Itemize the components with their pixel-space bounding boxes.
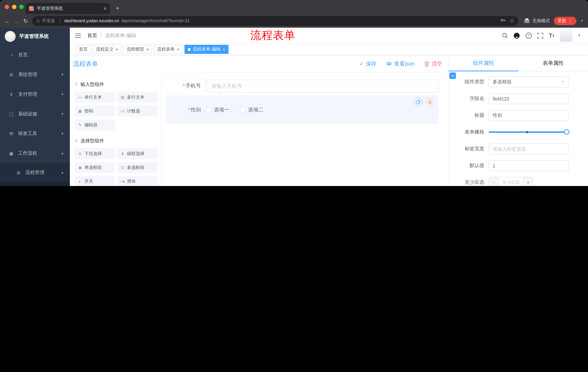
password-key-icon[interactable] (500, 18, 505, 24)
update-browser-button[interactable]: 更新 ⋮ (554, 17, 576, 25)
clear-button[interactable]: 清空 (424, 60, 442, 67)
title-label: 标题 (452, 112, 484, 119)
sidebar-item-process-form[interactable]: ▤ 流程表单 (0, 182, 70, 186)
view-json-button[interactable]: 查看json (386, 60, 414, 67)
canvas-field-phone[interactable]: *手机号 (166, 79, 439, 93)
component-type-select[interactable]: 多选框组 ▼ (489, 76, 569, 87)
sidebar-item-system[interactable]: ⚙ 系统管理 ▼ (0, 65, 70, 85)
sidebar-item-payment[interactable]: ¥ 支付管理 ▼ (0, 85, 70, 104)
slider-track (489, 131, 569, 133)
link-icon[interactable]: ∞ (449, 73, 456, 79)
close-icon[interactable]: × (116, 47, 118, 52)
back-icon[interactable]: ← (4, 18, 10, 23)
phone-input[interactable] (206, 80, 439, 92)
close-icon[interactable]: × (177, 47, 179, 52)
tools-icon: ⚒ (8, 131, 15, 136)
palette-item-password[interactable]: ▣密码 (75, 106, 115, 117)
minus-button[interactable]: − (489, 177, 498, 186)
canvas-field-gender-selected[interactable]: *性别 选项一 选项二 (166, 95, 439, 124)
tag-process-form-edit[interactable]: 流程表单-编辑 × (184, 45, 229, 54)
bookmark-star-icon[interactable]: ☆ (510, 18, 514, 24)
search-icon[interactable] (502, 32, 508, 39)
font-size-icon[interactable]: TT (549, 32, 555, 38)
gender-option-2-checkbox[interactable]: 选项二 (240, 107, 263, 113)
close-icon[interactable]: × (146, 47, 149, 52)
fullscreen-icon[interactable] (537, 32, 543, 38)
check-icon: ✓ (359, 61, 364, 67)
chevron-down-icon: ▼ (61, 73, 64, 76)
red-annotation-text: 流程表单 (250, 28, 295, 43)
update-label: 更新 (557, 18, 566, 24)
avatar[interactable] (560, 29, 572, 42)
palette-item-select[interactable]: ⊙下拉选择 (75, 148, 115, 159)
palette-item-slider[interactable]: –●滑块 (117, 176, 158, 186)
palette-item-textarea[interactable]: ▤多行文本 (117, 92, 158, 103)
url-divider: | (59, 18, 60, 23)
github-icon[interactable] (514, 32, 520, 39)
delete-component-button[interactable] (426, 98, 434, 106)
close-icon[interactable]: × (223, 47, 225, 52)
tag-process-model[interactable]: 流程模型 × (123, 45, 152, 54)
warning-icon: ⚠ (36, 18, 40, 23)
palette-item-radio-group[interactable]: ◉单选框组 (75, 162, 115, 173)
reload-icon[interactable]: ↻ (23, 18, 28, 23)
plus-button[interactable]: + (523, 177, 533, 186)
title-input[interactable] (489, 110, 569, 121)
palette-item-cascader[interactable]: ⋔级联选择 (117, 148, 158, 159)
palette-item-switch[interactable]: ◐开关 (75, 176, 115, 186)
favicon (29, 6, 34, 11)
form-designer: 流程表单 ✓ 保存 查看json (70, 55, 448, 186)
app-header: 首页 / 流程表单-编辑 流程表单 ? (70, 28, 588, 44)
sidebar-item-home[interactable]: ◔ 首页 (0, 45, 70, 65)
minimize-window-button[interactable] (12, 5, 16, 9)
copy-component-button[interactable] (414, 98, 422, 106)
app-title: 芋道管理系统 (19, 33, 49, 40)
sidebar-item-workflow[interactable]: ▣ 工作流程 ▲ (0, 143, 70, 163)
properties-tabs: 组件属性 表单属性 (449, 55, 588, 71)
forward-icon[interactable]: → (14, 18, 19, 23)
sidebar-item-devtools[interactable]: ⚒ 研发工具 ▼ (0, 124, 70, 143)
tag-home[interactable]: 首页 (76, 45, 91, 54)
tab-close-icon[interactable]: ✕ (103, 6, 107, 11)
tab-form-props[interactable]: 表单属性 (518, 55, 588, 71)
security-label: 不安全 (42, 18, 55, 24)
phone-field-label: *手机号 (166, 83, 206, 89)
chevron-down-icon[interactable]: ▼ (578, 34, 581, 37)
tag-process-definition[interactable]: 流程定义 × (93, 45, 122, 54)
help-icon[interactable]: ? (525, 32, 532, 39)
breadcrumb-separator: / (100, 33, 102, 38)
designer-actions: ✓ 保存 查看json 清空 (162, 55, 448, 73)
sidebar-item-infra[interactable]: ▢ 基础设施 ▼ (0, 104, 70, 124)
default-value-input[interactable] (489, 160, 569, 171)
copy-icon (416, 100, 421, 104)
radio-icon: ◉ (77, 165, 83, 170)
palette-item-counter[interactable]: 123计数器 (117, 106, 158, 117)
palette-item-editor[interactable]: ✎编辑器 (75, 119, 115, 130)
save-button[interactable]: ✓ 保存 (359, 60, 376, 67)
close-window-button[interactable] (5, 5, 9, 9)
sidebar-item-process-mgmt[interactable]: ≣ 流程管理 ▲ (0, 163, 70, 182)
tab-component-props[interactable]: 组件属性 (449, 55, 518, 71)
label-width-input[interactable] (489, 143, 569, 154)
sidebar-item-label: 基础设施 (18, 111, 37, 117)
field-name-input[interactable] (489, 93, 569, 104)
form-grid-slider[interactable] (489, 127, 569, 138)
browser-tab[interactable]: 芋道管理系统 ✕ (25, 3, 110, 14)
menu-kebab-icon: ⋮ (568, 18, 573, 23)
breadcrumb-home[interactable]: 首页 (87, 32, 97, 39)
new-tab-button[interactable]: + (116, 5, 119, 11)
hamburger-icon[interactable] (75, 33, 81, 38)
breadcrumb-current: 流程表单-编辑 (105, 32, 136, 39)
zoom-window-button[interactable] (19, 5, 24, 9)
gender-field-label: *性别 (166, 107, 206, 113)
gender-option-1-checkbox[interactable]: 选项一 (206, 107, 229, 113)
switch-icon: ◐ (77, 179, 83, 183)
address-bar[interactable]: ⚠ 不安全 | dashboard.yudao.iocoder.cn /bpm/… (32, 16, 518, 26)
slider-handle[interactable] (564, 129, 569, 135)
palette-item-checkbox-group[interactable]: ☑多选框组 (117, 162, 158, 173)
palette-item-single-text[interactable]: ▭单行文本 (75, 92, 115, 103)
chevron-down-icon[interactable]: ▼ (580, 19, 584, 22)
min-select-placeholder[interactable]: 至少应选 (498, 177, 523, 186)
sidebar-item-label: 流程管理 (25, 169, 44, 176)
tag-process-form[interactable]: 流程表单 × (154, 45, 183, 54)
